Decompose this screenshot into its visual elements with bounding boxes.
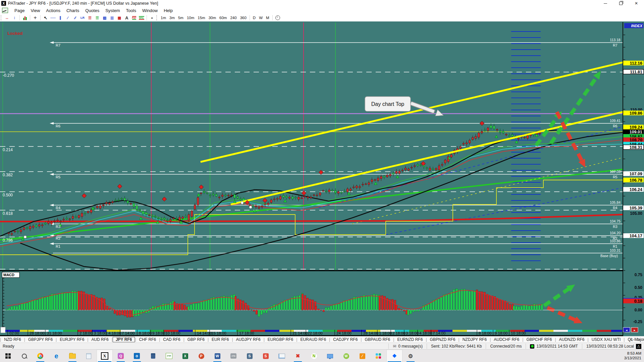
taskbar-monitor-icon[interactable] [322,350,338,362]
tab-gbpjpy-rf6[interactable]: GBPJPY RF6 [25,337,56,342]
timeframe-15m[interactable]: 15m [196,16,207,20]
menu-item-quotes[interactable]: Quotes [82,7,102,14]
price-scale[interactable]: INDEX110.00105.000.750.500.250.00-0.2511… [623,22,644,336]
taskbar-clock[interactable]: 8:53 AM 3/13/2021 [624,351,641,360]
tab-chf-rf6[interactable]: CHF RF6 [136,337,159,342]
timeframe-360[interactable]: 360 [238,16,248,20]
fib-retracement-tool-icon[interactable]: ☰ [87,15,93,21]
period-m[interactable]: M [264,16,271,20]
fib-extension-tool-icon[interactable]: ☰ [94,15,101,21]
menu-item-view[interactable]: View [28,7,43,14]
taskbar-settings-icon[interactable]: ⚙ [402,350,419,362]
timeframe-60m[interactable]: 60m [218,16,228,20]
tab-eurjpy-rf6[interactable]: EURJPY RF6 [57,337,87,342]
pattern-tool-icon[interactable]: ▦ [116,15,123,21]
crosshair-icon[interactable]: + [32,15,39,21]
time-label: 17 18:00 [239,331,254,335]
vertical-line-tool-icon[interactable]: ∥ [57,15,64,21]
regression-tool-icon[interactable]: LR [79,15,86,21]
tab-audchf-rf6[interactable]: AUDCHF RF6 [491,337,522,342]
menu-item-charts[interactable]: Charts [63,7,82,14]
timeframe-30m[interactable]: 30m [207,16,218,20]
tab-gbpaud-rf6[interactable]: GBPAUD RF6 [362,337,393,342]
clock-tool-icon[interactable] [274,15,281,21]
tab-cadjpy-rf6[interactable]: CADJPY RF6 [330,337,361,342]
taskbar-app-s-red-icon[interactable]: S [258,350,274,362]
timeframe-1m[interactable]: 1m [159,16,168,20]
taskbar-outlook-icon[interactable]: o [129,350,145,362]
taskbar-bird-icon[interactable]: ✖︎ [290,350,306,362]
tab-cad-rf6[interactable]: CAD RF6 [160,337,183,342]
tab-audnzd-rf6[interactable]: AUDNZD RF6 [556,337,588,342]
tab-scroll-arrows[interactable]: ◁ ▷ [630,338,642,341]
pitchfork-tool-icon[interactable]: ▨ [101,15,108,21]
trendline-tool-icon[interactable]: ∕ [64,15,71,21]
tab-nzdjpy-rf6[interactable]: NZDJPY RF6 [460,337,490,342]
period-d[interactable]: D [251,16,257,20]
taskbar-word-icon[interactable]: W [209,350,225,362]
text-tool-icon[interactable]: A [123,15,130,21]
menu-item-actions[interactable]: Actions [43,7,63,14]
tab-eurnzd-rf6[interactable]: EURNZD RF6 [394,337,426,342]
tab-gbpnzd-rf6[interactable]: GBPNZD RF6 [427,337,459,342]
chart-canvas[interactable]: Day chart TopLocked-0.2700.2140.3820.500… [0,21,644,336]
wsl-levels-tool-icon[interactable]: WSL [138,15,145,21]
tile-vertical-icon[interactable]: ↕ [11,15,18,21]
price-label: 0.18 [634,299,642,304]
tab-aud-rf6[interactable]: AUD RF6 [88,337,111,342]
tab-nzd-rf6[interactable]: NZD RF6 [1,337,24,342]
tab-euraud-rf6[interactable]: EURAUD RF6 [297,337,329,342]
taskbar-file-explorer-icon[interactable] [64,350,80,362]
taskbar-calculator-icon[interactable] [145,350,161,362]
taskbar-chrome-icon[interactable] [32,350,48,362]
taskbar-app-s-blue-icon[interactable]: S [241,350,258,362]
tab-eur-rf6[interactable]: EUR RF6 [209,337,232,342]
timeframe-3m[interactable]: 3m [168,16,176,20]
channel-tool-icon[interactable]: ∕∕ [72,15,78,21]
more-tools-icon[interactable]: » [149,15,155,21]
taskbar-webroot-icon[interactable]: W [338,350,354,362]
menu-item-window[interactable]: Window [139,7,161,14]
timezone-tool-icon[interactable]: ||| [109,15,115,21]
alert-icon[interactable]: ⚠ [636,344,641,349]
taskbar-search-icon[interactable] [16,350,32,362]
taskbar-excel-icon[interactable]: X [177,350,193,362]
restore-button[interactable] [613,0,629,7]
minimize-button[interactable] [598,0,613,7]
taskbar-notepad-icon[interactable] [80,350,97,362]
tab-gbpchf-rf6[interactable]: GBPCHF RF6 [523,337,555,342]
taskbar-start-icon[interactable] [0,350,16,362]
taskbar-patrader-icon[interactable]: X [97,350,113,362]
taskbar-cuteftp-icon[interactable]: FTP [161,350,177,362]
close-button[interactable]: ✕ [629,0,644,7]
menu-item-help[interactable]: Help [161,7,176,14]
tile-horizontal-icon[interactable]: ↔ [4,15,10,21]
time-label: 2 18:00 [79,331,92,335]
chart-type-icon[interactable] [21,15,28,21]
taskbar-presentation-icon[interactable] [274,350,290,362]
tab-eurgbp-rf6[interactable]: EURGBP RF6 [265,337,296,342]
menu-item-tools[interactable]: Tools [123,7,139,14]
taskbar-atb-icon[interactable]: ATB [225,350,241,362]
timeframe-10m[interactable]: 10m [185,16,196,20]
taskbar-quik-icon[interactable]: Q [113,350,129,362]
horizontal-line-tool-icon[interactable]: ── [50,15,56,21]
menu-item-page[interactable]: Page [11,7,28,14]
taskbar-nvidia-icon[interactable]: N [306,350,322,362]
cursor-icon[interactable]: ↖ [42,15,49,21]
tab-jpy-rf6[interactable]: JPY RF6 [113,337,135,342]
taskbar-dropbox-icon[interactable]: ❖ [386,350,402,362]
status-messages[interactable]: 0 message(s) [398,344,423,349]
timeframe-240[interactable]: 240 [228,16,238,20]
tab-audjpy-rf6[interactable]: AUDJPY RF6 [233,337,264,342]
pat-levels-tool-icon[interactable]: PAT [131,15,138,21]
taskbar-ftp-orange-icon[interactable]: ∕ [354,350,370,362]
taskbar-powerpoint-icon[interactable]: P [193,350,209,362]
period-w[interactable]: W [257,16,264,20]
timeframe-5m[interactable]: 5m [176,16,185,20]
taskbar-edge-icon[interactable]: e [48,350,64,362]
tab-gbp-rf6[interactable]: GBP RF6 [184,337,208,342]
menu-item-system[interactable]: System [102,7,123,14]
taskbar-slack-icon[interactable] [370,350,386,362]
tab-usdx-xau-wti[interactable]: USDX XAU WTI [589,337,624,342]
